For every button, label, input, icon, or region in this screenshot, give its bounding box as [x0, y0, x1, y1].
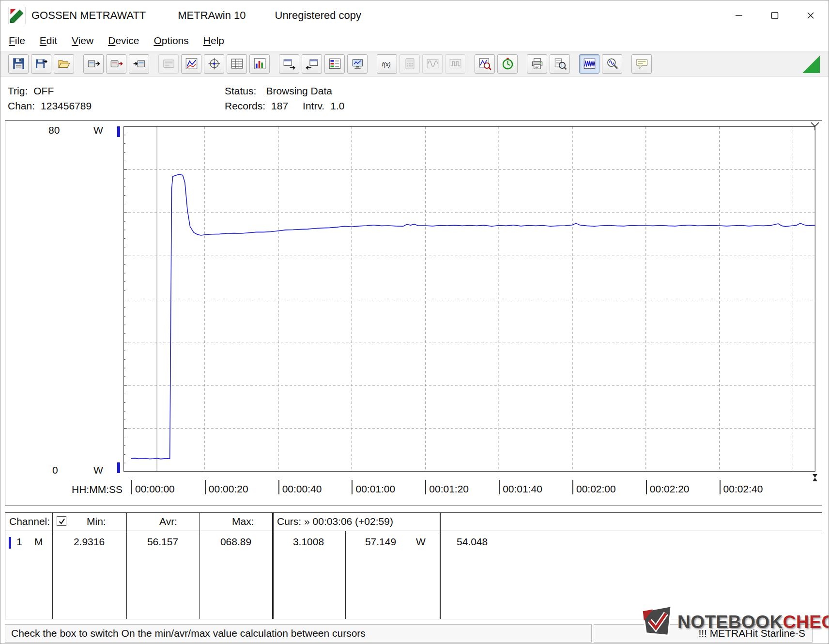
toolbar-group: f(x)	[377, 54, 465, 74]
toolbar-group	[158, 54, 270, 74]
monitor-icon[interactable]	[347, 54, 368, 74]
channel-setup-icon[interactable]	[324, 54, 345, 74]
records-label: Records:	[225, 100, 265, 111]
menu-edit[interactable]: Edit	[32, 32, 64, 49]
trig-value: OFF	[33, 85, 54, 96]
search-wave-icon[interactable]	[602, 54, 622, 74]
save-icon[interactable]	[8, 54, 29, 74]
table-separator	[126, 513, 127, 619]
data-table-icon[interactable]	[227, 54, 247, 74]
waveform-gen-icon[interactable]	[445, 54, 465, 74]
export-window-icon[interactable]	[279, 54, 299, 74]
trigger-status: Trig:OFF	[8, 85, 54, 97]
device-write-icon[interactable]	[129, 54, 149, 74]
maximize-button[interactable]	[757, 0, 793, 31]
toolbar-group	[579, 54, 622, 74]
min-value: 2.9316	[74, 536, 105, 548]
interval-value: 1.0	[330, 100, 344, 111]
waveform-icon[interactable]	[422, 54, 443, 74]
x-axis-tick: 00:02:40	[720, 480, 763, 495]
table-separator	[440, 513, 441, 619]
avr-value: 56.157	[147, 536, 178, 548]
menu-view[interactable]: View	[64, 32, 101, 49]
table-header-divider	[5, 531, 822, 531]
timer-icon[interactable]	[497, 54, 518, 74]
status-label: Status:	[225, 85, 256, 96]
open-icon[interactable]	[54, 54, 74, 74]
close-button[interactable]	[793, 0, 829, 31]
minmax-calc-checkbox[interactable]	[57, 516, 66, 526]
table-separator	[345, 531, 346, 619]
line-chart-icon[interactable]	[181, 54, 201, 74]
x-axis-tick: 00:01:00	[352, 480, 395, 495]
x-axis-tick: 00:00:20	[205, 480, 248, 495]
cursor-handle-top[interactable]	[810, 122, 820, 132]
menu-help[interactable]: Help	[196, 32, 231, 49]
x-axis: HH:MM:SS 00:00:0000:00:2000:00:4000:01:0…	[5, 480, 822, 497]
y-axis-max-label: 80	[48, 124, 60, 136]
notebookcheck-text: NOTEBOOKCHECK	[677, 612, 829, 632]
chan-value: 123456789	[41, 100, 92, 111]
cursor1-value: 3.1008	[293, 536, 324, 548]
calculator-icon[interactable]	[399, 54, 420, 74]
zoom-chart-icon[interactable]	[475, 54, 495, 74]
card-reader-icon[interactable]	[158, 54, 179, 74]
x-axis-tick: 00:02:00	[572, 480, 616, 495]
trig-label: Trig:	[8, 85, 28, 96]
x-axis-tick: 00:00:40	[278, 480, 322, 495]
save-as-icon[interactable]	[31, 54, 51, 74]
import-window-icon[interactable]	[302, 54, 322, 74]
max-header: Max:	[232, 516, 254, 527]
avr-header: Avr:	[159, 516, 177, 527]
x-axis-tick: 00:00:00	[131, 480, 175, 495]
table-separator	[200, 513, 200, 619]
y-axis-min-label: 0	[52, 464, 58, 476]
window-controls	[721, 0, 829, 31]
notebookcheck-watermark: NOTEBOOKCHECK	[639, 603, 829, 642]
chan-label: Chan:	[8, 100, 35, 111]
cursor-header: Curs: » 00:03:06 (+02:59)	[277, 516, 393, 527]
tooltip-icon[interactable]	[631, 54, 652, 74]
x-axis-format-label: HH:MM:SS	[63, 484, 123, 495]
window-license-note: Unregistered copy	[275, 9, 362, 22]
delta-value: 54.048	[457, 536, 488, 548]
device-read-icon[interactable]	[83, 54, 104, 74]
toolbar-group	[83, 54, 149, 74]
app-logo-icon	[8, 7, 26, 24]
wave-zoom-icon[interactable]	[579, 54, 599, 74]
x-axis-tick: 00:01:20	[425, 480, 469, 495]
status-panel: Trig:OFF Chan:123456789 Status:Browsing …	[0, 81, 829, 119]
svg-text:f(x): f(x)	[382, 61, 390, 68]
bar-chart-icon[interactable]	[249, 54, 270, 74]
recording-status: Status:Browsing Data	[225, 85, 332, 97]
max-value: 068.89	[220, 536, 251, 548]
channel-marker-top	[117, 126, 120, 137]
statusbar-hint-pane: Check the box to switch On the min/avr/m…	[5, 624, 592, 643]
print-icon[interactable]	[527, 54, 547, 74]
menu-device[interactable]: Device	[101, 32, 146, 49]
interval-label: Intrv.	[303, 100, 324, 111]
status-value: Browsing Data	[266, 85, 332, 96]
records-value: 187	[271, 100, 288, 111]
menu-file[interactable]: File	[1, 32, 32, 49]
minimize-button[interactable]	[721, 0, 757, 31]
notebookcheck-logo-icon	[639, 603, 675, 642]
table-separator	[272, 513, 274, 619]
print-preview-icon[interactable]	[550, 54, 570, 74]
min-header: Min:	[87, 516, 106, 527]
statusbar-hint: Check the box to switch On the min/avr/m…	[11, 628, 366, 639]
toolbar-group	[631, 54, 652, 74]
x-axis-tick: 00:01:40	[499, 480, 542, 495]
device-memory-icon[interactable]	[106, 54, 126, 74]
records-status: Records:187Intrv.1.0	[225, 100, 344, 112]
menu-options[interactable]: Options	[146, 32, 196, 49]
plot-area[interactable]	[123, 126, 815, 472]
green-triangle-indicator-icon	[802, 56, 820, 73]
channel-number: 1	[16, 536, 22, 548]
toolbar-group	[475, 54, 518, 74]
crosshair-icon[interactable]	[204, 54, 224, 74]
cursor2-value: 57.149	[365, 536, 396, 548]
table-separator	[52, 513, 53, 619]
formula-icon[interactable]: f(x)	[377, 54, 397, 74]
chart-panel: 80 W 0 W HH:MM:SS 00:00:0000:00:2000:00:…	[5, 120, 822, 506]
